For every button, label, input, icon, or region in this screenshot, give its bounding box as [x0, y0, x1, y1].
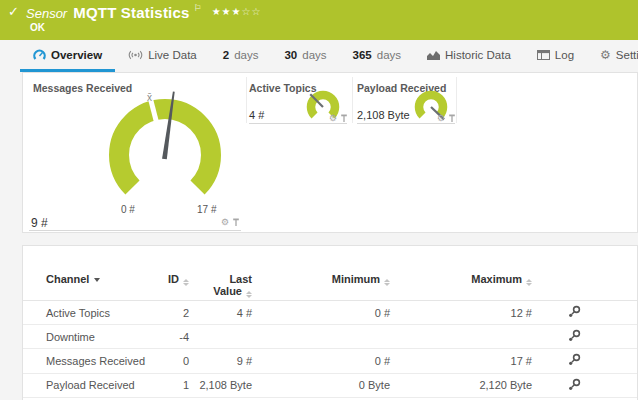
column-header-maximum[interactable]: Maximum — [390, 246, 532, 300]
page-title: MQTT Statistics — [73, 4, 189, 21]
gear-icon[interactable]: ⚙ — [437, 114, 445, 123]
pin-icon[interactable] — [340, 114, 348, 123]
table-row: Active Topics 2 4 # 0 # 12 # — [23, 301, 637, 325]
main-gauge-controls: ⚙ — [221, 218, 240, 227]
average-marker: x̄ — [147, 92, 152, 103]
column-header-last-value[interactable]: LastValue — [189, 246, 252, 300]
minimum-value: 0 # — [252, 307, 390, 319]
tab-number: 365 — [353, 49, 372, 61]
stars-empty: ☆☆ — [242, 6, 262, 17]
channel-settings-button[interactable] — [532, 329, 616, 344]
maximum-value: 2,120 Byte — [390, 379, 532, 391]
priority-stars[interactable]: ★★★☆☆ — [212, 6, 262, 17]
gauge-icon — [33, 49, 46, 61]
tab-settings[interactable]: ⚙ Settings — [587, 40, 638, 72]
tab-label: days — [377, 49, 401, 61]
channel-settings-button[interactable] — [532, 378, 616, 393]
gear-icon: ⚙ — [600, 49, 611, 61]
pin-icon[interactable] — [232, 218, 240, 227]
table-row: Payload Received 1 2,108 Byte 0 Byte 2,1… — [23, 374, 637, 398]
status-ok-icon: ✓ — [8, 4, 19, 19]
channel-name: Payload Received — [23, 379, 161, 391]
tab-number: 30 — [284, 49, 297, 61]
flag-icon[interactable]: ⚐ — [194, 3, 202, 13]
tab-number: 2 — [223, 49, 229, 61]
sensor-header: ✓ SensorMQTT Statistics⚐★★★☆☆ OK — [0, 0, 638, 40]
payload-received-controls: ⚙ — [437, 114, 456, 123]
table-row: Messages Received 0 9 # 0 # 17 # — [23, 349, 637, 373]
channel-id: 2 — [161, 307, 189, 319]
channel-settings-icon — [568, 305, 581, 318]
tab-2-days[interactable]: 2 days — [210, 40, 272, 72]
channel-table-panel: Channel ID LastValue Minimum Maximum Act… — [22, 245, 638, 400]
channel-name: Downtime — [23, 331, 161, 343]
tab-live-data[interactable]: Live Data — [115, 40, 210, 72]
sensor-title-line: SensorMQTT Statistics⚐★★★☆☆ — [26, 3, 261, 22]
channel-settings-icon — [568, 329, 581, 342]
divider — [29, 230, 241, 231]
minimum-value: 0 # — [252, 355, 390, 367]
tab-historic-data[interactable]: Historic Data — [414, 40, 524, 72]
tab-bar: Overview Live Data 2 days 30 days 365 da… — [0, 40, 638, 72]
column-header-id[interactable]: ID — [161, 246, 189, 300]
cell-divider — [352, 77, 353, 123]
chart-icon — [427, 50, 440, 60]
maximum-value: 12 # — [390, 307, 532, 319]
minimum-value: 0 Byte — [252, 379, 390, 391]
active-topics-controls: ⚙ — [329, 114, 348, 123]
tab-label: days — [302, 49, 326, 61]
overview-gauges-panel: Messages Received x̄ 0 # 17 # 9 # ⚙ Acti… — [22, 72, 638, 233]
tab-365-days[interactable]: 365 days — [340, 40, 414, 72]
sort-desc-icon — [94, 278, 100, 282]
tab-label: Settings — [616, 49, 638, 61]
column-header-channel[interactable]: Channel — [23, 246, 161, 300]
channel-settings-icon — [568, 378, 581, 391]
status-badge: OK — [30, 22, 45, 33]
gear-icon[interactable]: ⚙ — [329, 114, 337, 123]
channel-settings-button[interactable] — [532, 305, 616, 320]
cell-divider — [456, 77, 457, 123]
table-header: Channel ID LastValue Minimum Maximum — [23, 246, 637, 301]
last-value: 2,108 Byte — [189, 379, 252, 391]
last-value: 9 # — [189, 355, 252, 367]
tab-30-days[interactable]: 30 days — [271, 40, 339, 72]
tab-label: Live Data — [148, 49, 197, 61]
active-topics-value: 4 # — [249, 109, 264, 121]
tab-label: Historic Data — [445, 49, 511, 61]
tab-overview[interactable]: Overview — [20, 40, 115, 72]
tab-label: Overview — [51, 49, 102, 61]
stars-filled: ★★★ — [212, 6, 242, 17]
channel-id: 0 — [161, 355, 189, 367]
divider — [357, 123, 455, 124]
messages-received-gauge[interactable] — [95, 85, 235, 207]
tab-label: Log — [555, 49, 574, 61]
log-icon — [537, 50, 550, 60]
last-value: 4 # — [189, 307, 252, 319]
gear-icon[interactable]: ⚙ — [221, 218, 229, 227]
divider — [249, 123, 347, 124]
channel-name: Messages Received — [23, 355, 161, 367]
main-gauge-value: 9 # — [31, 216, 48, 230]
main-gauge-max-label: 17 # — [197, 204, 216, 215]
table-row: Downtime -4 — [23, 325, 637, 349]
channel-id: -4 — [161, 331, 189, 343]
column-header-minimum[interactable]: Minimum — [252, 246, 390, 300]
maximum-value: 17 # — [390, 355, 532, 367]
cell-divider — [246, 77, 247, 123]
main-gauge-min-label: 0 # — [121, 204, 135, 215]
sensor-page: ✓ SensorMQTT Statistics⚐★★★☆☆ OK Overvie… — [0, 0, 638, 400]
tab-log[interactable]: Log — [524, 40, 587, 72]
payload-received-value: 2,108 Byte — [357, 109, 410, 121]
channel-id: 1 — [161, 379, 189, 391]
pin-icon[interactable] — [448, 114, 456, 123]
channel-settings-button[interactable] — [532, 353, 616, 368]
channel-name: Active Topics — [23, 307, 161, 319]
channel-settings-icon — [568, 353, 581, 366]
signal-icon — [128, 49, 143, 60]
object-kind-label: Sensor — [26, 6, 67, 21]
tab-label: days — [234, 49, 258, 61]
